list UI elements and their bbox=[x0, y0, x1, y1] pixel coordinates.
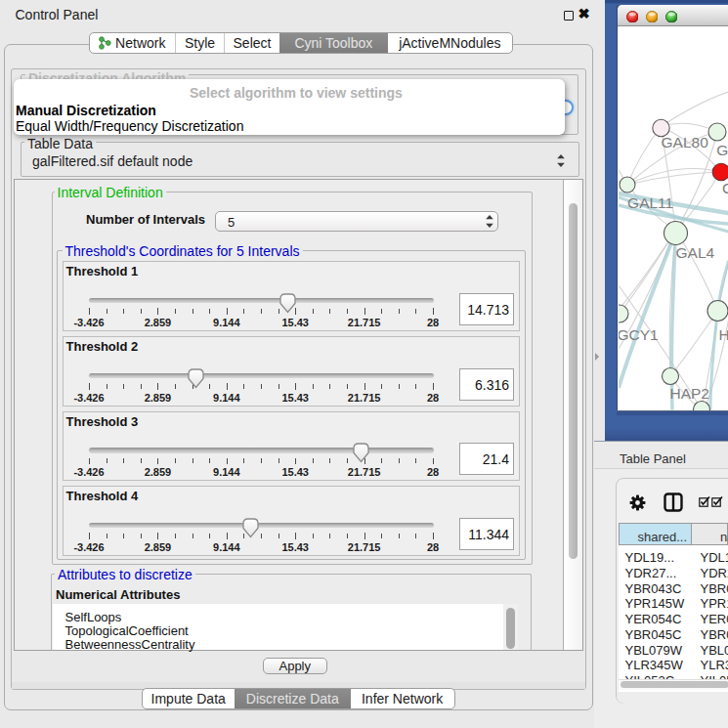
svg-text:G.: G. bbox=[716, 142, 728, 158]
svg-text:GAL4: GAL4 bbox=[675, 244, 714, 261]
svg-text:GAL11: GAL11 bbox=[627, 194, 673, 211]
svg-text:HI: HI bbox=[718, 326, 728, 343]
svg-text:C.: C. bbox=[721, 180, 728, 196]
svg-text:GAL80: GAL80 bbox=[661, 134, 708, 150]
svg-text:HAP2: HAP2 bbox=[669, 385, 709, 402]
svg-text:GCY1: GCY1 bbox=[619, 326, 659, 343]
